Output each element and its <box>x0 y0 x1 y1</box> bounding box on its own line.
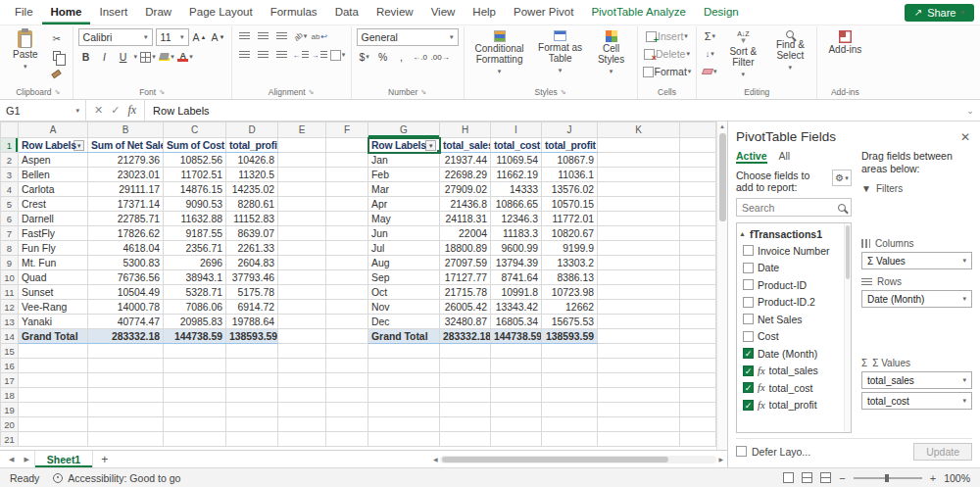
cell-G9[interactable]: Aug <box>368 256 440 270</box>
cell-I4[interactable]: 14333 <box>491 182 542 197</box>
cell-I16[interactable] <box>491 359 542 373</box>
cell-B8[interactable]: 4618.04 <box>88 241 164 256</box>
cell-A21[interactable] <box>19 432 88 447</box>
field-item-total-profit[interactable]: ✓fxtotal_profit <box>739 397 843 414</box>
scroll-right-icon[interactable]: ▶ <box>718 456 723 463</box>
cell-G5[interactable]: Apr <box>368 197 440 212</box>
align-center-button[interactable] <box>256 47 271 63</box>
cell-B15[interactable] <box>88 344 164 359</box>
grid-container[interactable]: ABCDEFGHIJK1▼Row LabelsSum of Net SalesS… <box>0 122 727 450</box>
cell-E14[interactable] <box>278 329 326 344</box>
cell-F6[interactable] <box>326 212 368 226</box>
dialog-launcher-icon[interactable]: ⇘ <box>55 88 61 96</box>
cell-G8[interactable]: Jul <box>368 241 440 256</box>
field-checkbox[interactable]: ✓ <box>743 348 754 359</box>
cell-A6[interactable]: Darnell <box>19 212 88 226</box>
cell-C2[interactable]: 10852.56 <box>164 153 226 168</box>
menu-tab-file[interactable]: File <box>6 0 42 24</box>
field-checkbox[interactable] <box>743 297 754 308</box>
cell-F14[interactable] <box>326 329 368 344</box>
cell-K1[interactable] <box>598 138 680 153</box>
cell-D3[interactable]: 11320.5 <box>226 168 278 182</box>
cell-A8[interactable]: Fun Fly <box>19 241 88 256</box>
cell-D1[interactable]: total_profit <box>226 138 278 153</box>
cell-J4[interactable]: 13576.02 <box>542 182 598 197</box>
menu-tab-power-pivot[interactable]: Power Pivot <box>505 0 582 24</box>
row-header-10[interactable]: 10 <box>1 270 19 285</box>
row-header-20[interactable]: 20 <box>1 417 19 432</box>
cell-F15[interactable] <box>326 344 368 359</box>
cell-C10[interactable]: 38943.1 <box>164 270 226 285</box>
cell-I1[interactable]: total_cost <box>491 138 542 153</box>
cell-E6[interactable] <box>278 212 326 226</box>
column-header-h[interactable]: H <box>440 122 491 138</box>
cell-I9[interactable]: 13794.39 <box>491 256 542 270</box>
scroll-left-icon[interactable]: ◀ <box>433 456 438 463</box>
row-header-4[interactable]: 4 <box>1 182 19 197</box>
cell-C5[interactable]: 9090.53 <box>164 197 226 212</box>
cell-B17[interactable] <box>88 373 164 388</box>
cell-J7[interactable]: 10820.67 <box>542 226 598 241</box>
cell-C14[interactable]: 144738.59 <box>164 329 226 344</box>
zoom-out-button[interactable]: − <box>839 472 845 484</box>
wrap-text-button[interactable]: ab↩ <box>312 28 328 44</box>
cell-H2[interactable]: 21937.44 <box>440 153 491 168</box>
cell-K13[interactable] <box>598 315 680 329</box>
cell-H4[interactable]: 27909.02 <box>440 182 491 197</box>
cell-H8[interactable]: 18800.89 <box>440 241 491 256</box>
row-header-14[interactable]: 14 <box>1 329 19 344</box>
cell-D8[interactable]: 2261.33 <box>226 241 278 256</box>
cell-C12[interactable]: 7086.06 <box>164 300 226 315</box>
cell-J17[interactable] <box>542 373 598 388</box>
cell-E20[interactable] <box>278 417 326 432</box>
add-sheet-button[interactable]: + <box>93 453 116 466</box>
cell-F2[interactable] <box>326 153 368 168</box>
sort-filter-button[interactable]: A↓Z▼ Sort & Filter▾ <box>721 28 764 81</box>
cell-C18[interactable] <box>164 388 226 403</box>
field-list-scrollbar[interactable] <box>844 223 851 432</box>
cell-E9[interactable] <box>278 256 326 270</box>
cell-J6[interactable]: 11772.01 <box>542 212 598 226</box>
cell-E1[interactable] <box>278 138 326 153</box>
spreadsheet[interactable]: ABCDEFGHIJK1▼Row LabelsSum of Net SalesS… <box>0 122 716 447</box>
menu-tab-help[interactable]: Help <box>464 0 505 24</box>
enter-icon[interactable]: ✓ <box>111 104 120 117</box>
cell-C11[interactable]: 5328.71 <box>164 285 226 300</box>
cell-E13[interactable] <box>278 315 326 329</box>
find-select-button[interactable]: Find & Select▾ <box>768 28 811 74</box>
percent-style-button[interactable]: % <box>375 49 391 65</box>
menu-tab-insert[interactable]: Insert <box>90 0 136 24</box>
font-name-select[interactable]: Calibri▾ <box>78 28 153 46</box>
cell-J11[interactable]: 10723.98 <box>542 285 598 300</box>
decrease-decimal-button[interactable]: .00→ <box>431 49 450 65</box>
formula-input[interactable]: Row Labels <box>145 100 960 121</box>
cell-F3[interactable] <box>326 168 368 182</box>
cell-D7[interactable]: 8639.07 <box>226 226 278 241</box>
increase-indent-button[interactable]: → <box>312 47 327 63</box>
expand-formula-bar-icon[interactable]: ⌄ <box>960 100 980 121</box>
cell-G15[interactable] <box>368 344 440 359</box>
row-header-1[interactable]: 1 <box>1 138 19 153</box>
prev-sheet-icon[interactable]: ◀ <box>4 456 19 463</box>
cell-K19[interactable] <box>598 403 680 417</box>
row-header-12[interactable]: 12 <box>1 300 19 315</box>
cell-C20[interactable] <box>164 417 226 432</box>
cell-C9[interactable]: 2696 <box>164 256 226 270</box>
cell-J13[interactable]: 15675.53 <box>542 315 598 329</box>
conditional-formatting-button[interactable]: Conditional Formatting▾ <box>469 28 530 78</box>
field-checkbox[interactable]: ✓ <box>743 365 754 376</box>
cell-A10[interactable]: Quad <box>19 270 88 285</box>
horizontal-scroll-thumb[interactable] <box>442 457 669 463</box>
cell-H17[interactable] <box>440 373 491 388</box>
zoom-in-button[interactable]: + <box>930 472 936 484</box>
cell-F7[interactable] <box>326 226 368 241</box>
cell-C16[interactable] <box>164 359 226 373</box>
italic-button[interactable]: I <box>97 49 113 65</box>
cell-B6[interactable]: 22785.71 <box>88 212 164 226</box>
cell-D13[interactable]: 19788.64 <box>226 315 278 329</box>
menu-tab-view[interactable]: View <box>422 0 465 24</box>
cell-D14[interactable]: 138593.59 <box>226 329 278 344</box>
cell-D20[interactable] <box>226 417 278 432</box>
borders-button[interactable]: ▾ <box>140 49 156 65</box>
cell-K21[interactable] <box>598 432 680 447</box>
